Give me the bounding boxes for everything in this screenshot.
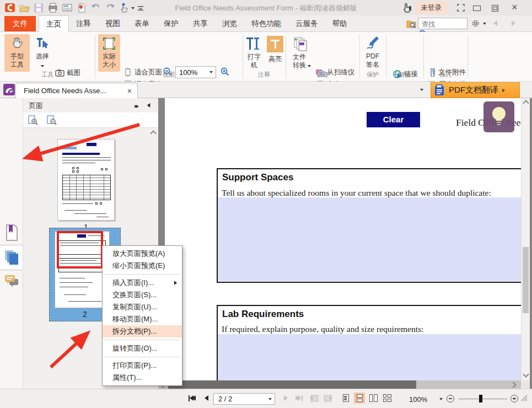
menu-item-enlarge-preview[interactable]: 放大页面预览(A) xyxy=(103,248,182,260)
tab-browse[interactable]: 浏览 xyxy=(215,15,244,32)
support-spaces-field[interactable] xyxy=(218,197,521,281)
tab-share[interactable]: 共享 xyxy=(186,15,215,32)
status-zoom-caret-icon[interactable] xyxy=(439,398,443,400)
translate-expand-icon xyxy=(502,88,505,92)
doc-hscroll-thumb[interactable] xyxy=(168,380,416,389)
pages-panel-icon[interactable] xyxy=(0,245,23,270)
tab-view[interactable]: 视图 xyxy=(98,15,127,32)
tab-cloud[interactable]: 云服务 xyxy=(288,15,325,32)
search-options-caret-icon[interactable] xyxy=(483,23,486,25)
menu-item-duplicate-pages[interactable]: 复制页面(U)... xyxy=(103,301,182,313)
close-tab-icon[interactable]: × xyxy=(127,87,132,95)
zoom-out-button[interactable] xyxy=(447,395,454,402)
search-folder-icon[interactable] xyxy=(406,18,417,31)
pdf-translate-button[interactable]: PDF文档翻译 xyxy=(431,82,520,98)
zoom-slider-thumb[interactable] xyxy=(479,395,482,402)
doc-vscroll-thumb[interactable] xyxy=(523,247,529,313)
previous-page-button[interactable] xyxy=(201,393,212,404)
select-tool-button[interactable]: 选择 xyxy=(32,34,53,72)
typewriter-label: 打字机 xyxy=(248,53,261,69)
tab-home[interactable]: 主页 xyxy=(39,15,69,32)
tab-protect[interactable]: 保护 xyxy=(157,15,186,32)
pdf-clear-button[interactable]: Clear xyxy=(367,112,420,127)
thumb-checkbox xyxy=(72,170,74,173)
share-hand-icon[interactable] xyxy=(402,3,413,14)
menu-item-print-pages[interactable]: 打印页面(P)... xyxy=(103,359,182,372)
close-window-button[interactable]: × xyxy=(512,2,518,13)
collapse-panel-icon[interactable] xyxy=(147,103,151,108)
resize-grip-icon[interactable] xyxy=(520,394,528,404)
last-page-button[interactable] xyxy=(293,393,304,404)
menu-item-swap-pages[interactable]: 交换页面(S)... xyxy=(103,289,182,301)
pdf-sign-pen-icon xyxy=(364,35,381,51)
menu-item-reduce-preview[interactable]: 缩小页面预览(E) xyxy=(103,260,182,272)
doc-scroll-right-icon[interactable] xyxy=(510,382,516,388)
continuous-view-icon[interactable] xyxy=(354,393,365,404)
tab-list-caret-icon[interactable] xyxy=(420,89,423,91)
search-box[interactable] xyxy=(418,18,467,29)
foxit-gesture-icon[interactable] xyxy=(3,84,15,97)
doc-scroll-up-icon[interactable] xyxy=(523,100,529,106)
first-page-button[interactable] xyxy=(186,393,197,404)
highlight-button[interactable]: 高亮 xyxy=(266,34,284,72)
convert-caret-icon xyxy=(308,65,311,67)
facing-view-icon[interactable] xyxy=(368,393,379,404)
document-tab[interactable]: Field Office Needs Asse... × xyxy=(15,83,138,98)
thumb-checkbox xyxy=(105,168,108,170)
lab-requirements-section: Lab Requirements If required, explain pu… xyxy=(217,305,521,380)
enlarge-thumbnails-icon[interactable] xyxy=(28,115,39,127)
menu-item-properties[interactable]: 属性(T)... xyxy=(103,372,182,384)
menu-item-move-pages[interactable]: 移动页面(M)... xyxy=(103,313,182,325)
menu-item-insert-pages[interactable]: 插入页面(I)... xyxy=(103,277,182,289)
hand-tool-button[interactable]: 手型工具 xyxy=(4,34,30,72)
menu-item-split-document[interactable]: 拆分文档(P)... xyxy=(103,325,182,337)
menu-separator xyxy=(104,357,180,357)
hand-icon xyxy=(10,36,24,51)
login-status-button[interactable]: 未登录 xyxy=(415,2,447,14)
tab-comment[interactable]: 注释 xyxy=(69,15,98,32)
find-next-icon[interactable] xyxy=(512,20,515,26)
scroll-up-icon[interactable] xyxy=(150,130,156,136)
thumb-line xyxy=(62,160,111,160)
assistant-lightbulb-button[interactable] xyxy=(483,101,514,132)
zoom-in-button[interactable] xyxy=(510,395,518,402)
typewriter-button[interactable]: 打字机 xyxy=(245,34,264,72)
bookmarks-panel-icon[interactable] xyxy=(4,224,19,243)
maximize-restore-button[interactable] xyxy=(492,5,498,12)
doc-scroll-down-icon[interactable] xyxy=(523,371,529,377)
convert-button[interactable]: 文件转换 xyxy=(289,34,313,72)
status-zoom-value: 100% xyxy=(409,395,427,404)
page-number-combo[interactable]: 2 / 2 xyxy=(213,393,275,405)
single-page-view-icon[interactable] xyxy=(340,393,351,404)
reduce-thumbnails-icon[interactable] xyxy=(46,115,57,127)
support-spaces-section: Support Spaces Tell us about specialized… xyxy=(217,168,521,283)
find-previous-icon[interactable] xyxy=(493,20,497,26)
search-input[interactable] xyxy=(421,19,457,29)
pdf-sign-button[interactable]: PDF签名 xyxy=(362,34,384,72)
file-menu-button[interactable]: 文件 xyxy=(4,16,36,31)
expand-panels-icon[interactable] xyxy=(134,103,139,111)
comments-panel-icon[interactable] xyxy=(4,273,19,292)
view-group-label: 视图 xyxy=(95,71,243,79)
previous-view-icon[interactable] xyxy=(309,393,320,404)
minimize-button[interactable] xyxy=(473,6,481,11)
menu-item-rotate-pages[interactable]: 旋转页面(O)... xyxy=(103,342,182,355)
document-vertical-scrollbar[interactable] xyxy=(521,98,530,380)
tab-features[interactable]: 特色功能 xyxy=(244,15,288,32)
typewriter-icon-part xyxy=(249,37,251,50)
actual-size-button[interactable]: 实际大小 xyxy=(98,34,120,72)
pages-panel-title: 页面 xyxy=(29,101,43,111)
search-options-gear-icon[interactable] xyxy=(471,19,480,30)
menu-bar: 文件 主页 注释 视图 表单 保护 共享 浏览 特色功能 云服务 帮助 xyxy=(0,15,532,32)
tab-help[interactable]: 帮助 xyxy=(325,15,354,32)
lab-requirements-field[interactable] xyxy=(218,334,521,380)
next-page-button[interactable] xyxy=(280,393,291,404)
tab-form[interactable]: 表单 xyxy=(127,15,157,32)
thumb-title-line xyxy=(62,153,100,155)
document-horizontal-scrollbar[interactable] xyxy=(158,380,521,389)
next-view-icon[interactable] xyxy=(323,393,334,404)
layout-grid-icon[interactable] xyxy=(456,3,467,14)
continuous-facing-view-icon[interactable] xyxy=(381,393,393,404)
page-thumbnail-1[interactable] xyxy=(57,139,115,221)
zoom-slider-track[interactable] xyxy=(459,399,507,400)
